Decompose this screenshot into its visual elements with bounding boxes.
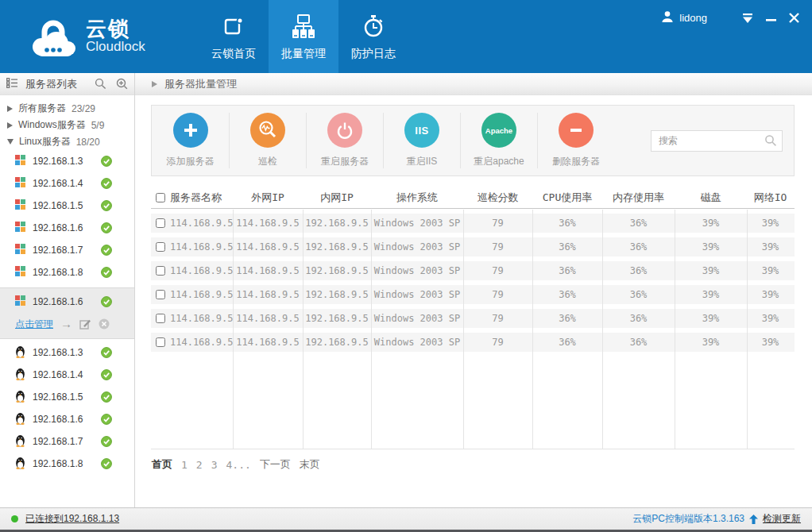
server-ip: 192.168.1.7 [33,245,83,256]
row-checkbox[interactable] [156,242,165,252]
tab-home[interactable]: 云锁首页 [199,0,269,73]
server-list-item[interactable]: 192.168.1.8 [0,453,134,475]
server-list-item[interactable]: 192.168.1.8 [0,261,134,283]
server-list-item[interactable]: 192.168.1.3 [0,341,134,364]
page-number[interactable]: 4... [226,459,250,471]
server-ip: 192.168.1.6 [33,296,83,307]
tree-group-linux-servers[interactable]: Linux服务器 18/20 [0,133,134,150]
main-panel: 服务器批量管理 添加服务器 [135,73,812,507]
server-list-item[interactable]: 192.168.1.4 [0,172,134,195]
windows-logo-icon [15,244,25,256]
group-count: 5/9 [91,120,105,131]
online-check-icon [101,347,112,358]
server-ip: 192.168.1.5 [33,391,83,403]
page-next-button[interactable]: 下一页 [260,457,291,472]
check-update-link[interactable]: 检测更新 [763,512,801,526]
restart-server-button[interactable]: 重启服务器 [306,113,383,168]
group-label: 所有服务器 [18,102,66,115]
online-check-icon [101,267,112,278]
search-icon[interactable] [95,78,106,90]
remove-server-icon[interactable] [99,318,110,330]
batch-servers-icon [291,12,316,40]
server-list-item[interactable]: 192.168.1.7 [0,430,134,453]
sidebar-header: 服务器列表 [0,73,134,95]
select-all-checkbox[interactable] [156,193,165,202]
column-header: 磁盘 [675,191,747,205]
tab-log-label: 防护日志 [351,47,396,61]
server-list-item[interactable]: 192.168.1.5 [0,195,134,217]
page-first-button[interactable]: 首页 [152,457,172,472]
server-list-item[interactable]: 192.168.1.5 [0,386,134,408]
edit-server-icon[interactable] [79,318,91,330]
online-check-icon [101,458,112,469]
user-menu[interactable]: lidong [661,10,707,25]
column-header: 内存使用率 [602,191,675,205]
server-list-item[interactable]: 192.168.1.6 [0,408,134,430]
page-title: 服务器批量管理 [164,77,237,91]
table-row[interactable]: 114.168.9.5 114.168.9.5 192.168.9.5 Wind… [151,214,795,233]
add-server-button[interactable]: 添加服务器 [152,113,229,168]
inspect-button[interactable]: 巡检 [229,113,306,168]
tree-group-all-servers[interactable]: 所有服务器 23/29 [0,100,134,117]
expanded-arrow-icon [7,139,14,145]
main-nav: 云锁首页 批量管理 [199,0,408,73]
linux-tux-icon [15,368,25,383]
brand-title: 云锁 [86,18,145,39]
search-icon[interactable] [764,134,777,147]
table-row[interactable]: 114.168.9.5 114.168.9.5 192.168.9.5 Wind… [151,261,795,280]
tab-batch-management[interactable]: 批量管理 [269,0,338,73]
delete-server-button[interactable]: 删除服务器 [537,113,614,168]
server-list-item[interactable]: 192.168.1.3 [0,150,134,172]
tree-group-windows-servers[interactable]: Windows服务器 5/9 [0,117,134,133]
online-check-icon [101,369,112,380]
sidebar-title: 服务器列表 [24,77,85,91]
online-check-icon [101,222,112,233]
windows-logo-icon [15,266,25,279]
breadcrumb-arrow-icon [152,81,157,87]
online-check-icon [101,436,112,447]
online-check-icon [101,200,112,211]
row-checkbox[interactable] [156,290,165,299]
row-checkbox[interactable] [156,266,165,276]
page-number[interactable]: 1 [181,459,188,471]
server-list-item-selected[interactable]: 192.168.1.6 [0,291,134,313]
table-row[interactable]: 114.168.9.5 114.168.9.5 192.168.9.5 Wind… [151,285,795,304]
column-header: 操作系统 [371,191,463,205]
server-list-item[interactable]: 192.168.1.6 [0,217,134,239]
server-list-item[interactable]: 192.168.1.4 [0,364,134,386]
connection-status-link[interactable]: 已连接到192.168.1.13 [25,512,119,526]
table-row[interactable]: 114.168.9.5 114.168.9.5 192.168.9.5 Wind… [151,237,795,256]
linux-tux-icon [15,390,25,405]
row-checkbox[interactable] [156,314,165,323]
close-button[interactable] [789,13,799,23]
manage-link[interactable]: 点击管理 [15,318,53,331]
linux-tux-icon [15,412,25,427]
iis-icon: IIS [404,113,439,148]
window-controls: lidong [661,10,799,25]
linux-tux-icon [15,434,25,449]
dropdown-caret-icon[interactable] [742,13,753,23]
windows-logo-icon [15,199,25,212]
restart-iis-button[interactable]: IIS 重启IIS [383,113,460,168]
collapsed-arrow-icon [7,122,13,129]
server-ip: 192.168.1.8 [33,267,83,278]
breadcrumb: 服务器批量管理 [135,73,812,95]
content-area: 服务器列表 所有服务 [0,73,812,507]
table-row[interactable]: 114.168.9.5 114.168.9.5 192.168.9.5 Wind… [151,333,795,352]
page-last-button[interactable]: 末页 [300,457,320,472]
page-number[interactable]: 2 [196,459,203,471]
row-checkbox[interactable] [156,218,165,228]
page-number[interactable]: 3 [211,459,218,471]
restart-apache-button[interactable]: Apache 重启apache [460,113,537,168]
server-ip: 192.168.1.4 [33,369,83,380]
server-list-item[interactable]: 192.168.1.7 [0,239,134,261]
minimize-button[interactable] [766,13,776,23]
search-plus-icon[interactable] [116,78,128,90]
online-check-icon [101,245,112,256]
table-row[interactable]: 114.168.9.5 114.168.9.5 192.168.9.5 Wind… [151,309,795,328]
row-checkbox[interactable] [156,337,165,347]
column-header: 外网IP [233,191,303,205]
search-input[interactable] [652,135,764,146]
tab-protection-log[interactable]: 防护日志 [338,0,408,73]
column-header: 内网IP [303,191,371,205]
